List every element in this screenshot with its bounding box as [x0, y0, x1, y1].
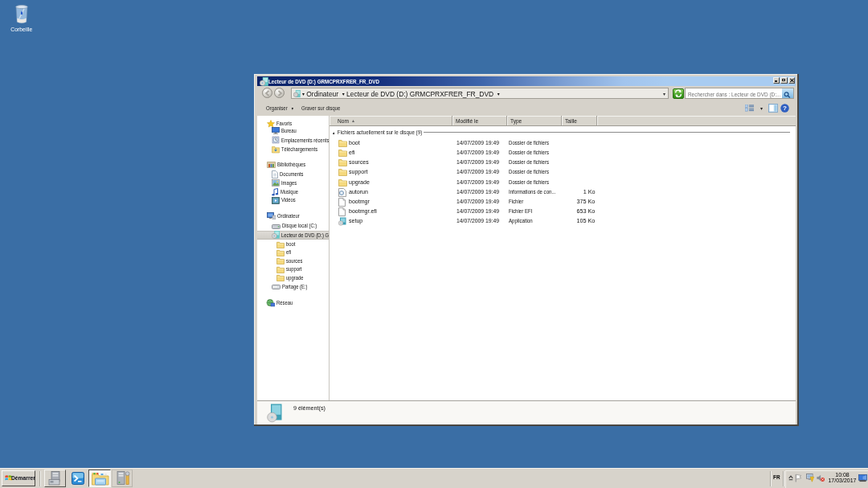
svg-text:?: ? [783, 105, 787, 112]
